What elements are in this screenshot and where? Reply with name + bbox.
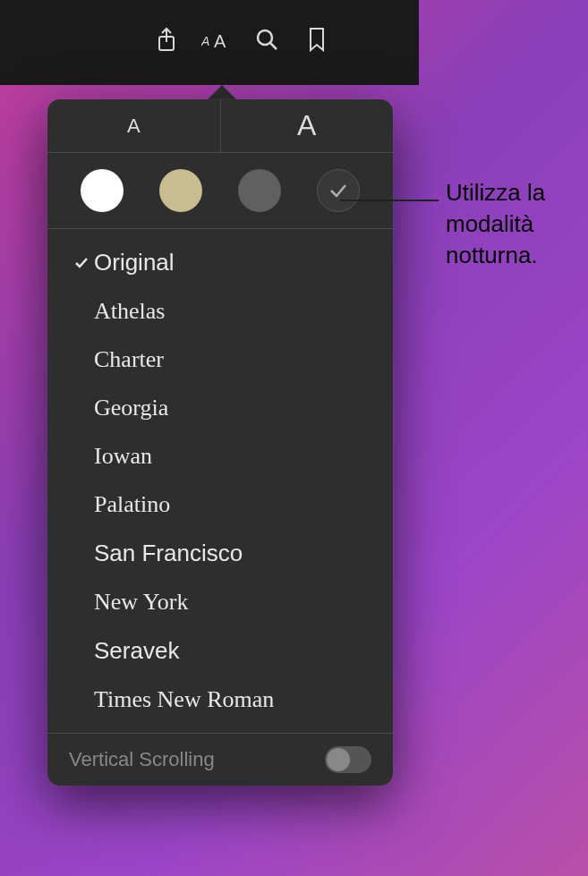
appearance-icon[interactable]: A A bbox=[200, 23, 233, 55]
font-label: Seravek bbox=[94, 637, 179, 665]
font-label: Original bbox=[94, 249, 175, 276]
font-label: Athelas bbox=[94, 298, 165, 325]
font-item-newyork[interactable]: New York bbox=[47, 578, 393, 626]
toggle-knob bbox=[327, 748, 350, 771]
theme-night-button[interactable] bbox=[317, 169, 360, 212]
checkmark-icon bbox=[69, 256, 94, 270]
appearance-popover: A A Original Athelas bbox=[47, 99, 393, 786]
svg-point-3 bbox=[258, 30, 272, 45]
font-item-sanfrancisco[interactable]: San Francisco bbox=[47, 529, 393, 578]
font-item-seravek[interactable]: Seravek bbox=[47, 626, 393, 676]
font-size-controls: A A bbox=[47, 99, 393, 153]
font-item-charter[interactable]: Charter bbox=[47, 336, 393, 384]
svg-text:A: A bbox=[214, 31, 226, 51]
font-item-original[interactable]: Original bbox=[47, 238, 393, 287]
theme-gray-button[interactable] bbox=[238, 169, 281, 212]
vertical-scrolling-toggle[interactable] bbox=[325, 746, 371, 773]
theme-selector bbox=[47, 153, 393, 229]
small-a-label: A bbox=[127, 115, 141, 138]
large-a-label: A bbox=[297, 109, 316, 142]
font-label: Times New Roman bbox=[94, 686, 274, 713]
popover-arrow bbox=[208, 85, 236, 99]
vertical-scrolling-row: Vertical Scrolling bbox=[47, 733, 393, 786]
share-icon[interactable] bbox=[150, 23, 183, 55]
font-label: New York bbox=[94, 589, 188, 616]
callout-text: Utilizza la modalità notturna. bbox=[446, 177, 588, 271]
search-icon[interactable] bbox=[251, 23, 283, 55]
font-item-palatino[interactable]: Palatino bbox=[47, 481, 393, 529]
font-label: San Francisco bbox=[94, 540, 243, 567]
svg-text:A: A bbox=[201, 34, 209, 48]
font-item-times[interactable]: Times New Roman bbox=[47, 676, 393, 724]
font-label: Charter bbox=[94, 346, 164, 373]
toolbar: A A bbox=[150, 23, 333, 55]
decrease-font-button[interactable]: A bbox=[47, 99, 221, 152]
theme-white-button[interactable] bbox=[81, 169, 124, 212]
checkmark-icon bbox=[328, 181, 348, 200]
font-label: Georgia bbox=[94, 395, 168, 421]
font-item-iowan[interactable]: Iowan bbox=[47, 432, 393, 481]
font-item-athelas[interactable]: Athelas bbox=[47, 287, 393, 336]
callout-line bbox=[340, 200, 439, 201]
bookmark-icon[interactable] bbox=[301, 23, 333, 55]
font-list: Original Athelas Charter Georgia Iowan P… bbox=[47, 229, 393, 733]
font-item-georgia[interactable]: Georgia bbox=[47, 384, 393, 432]
font-label: Palatino bbox=[94, 491, 170, 518]
theme-sepia-button[interactable] bbox=[159, 169, 202, 212]
font-label: Iowan bbox=[94, 443, 152, 470]
increase-font-button[interactable]: A bbox=[221, 99, 394, 152]
vertical-scrolling-label: Vertical Scrolling bbox=[69, 748, 215, 771]
